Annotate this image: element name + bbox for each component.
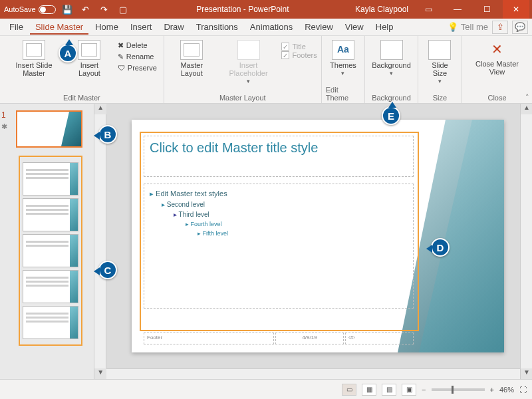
- reading-view-icon[interactable]: ▤: [382, 384, 396, 396]
- layout-thumbnail[interactable]: [23, 198, 78, 231]
- title-placeholder-text: Click to edit Master title style: [150, 140, 318, 155]
- autosave-label: AutoSave: [4, 5, 36, 13]
- minimize-icon[interactable]: —: [444, 0, 471, 19]
- scroll-up-icon[interactable]: ▲: [521, 104, 532, 114]
- insert-placeholder-icon: [237, 40, 260, 60]
- thumbnails-scrollbar[interactable]: ▲ ▼: [94, 104, 106, 379]
- slide-size-icon: [428, 40, 451, 60]
- ribbon-display-icon[interactable]: ▭: [415, 0, 442, 19]
- master-layout-icon: [180, 40, 203, 60]
- callout-d: D: [431, 238, 450, 257]
- slide-canvas[interactable]: Click to edit Master title style Edit Ma…: [132, 120, 504, 352]
- menu-bar: File Slide Master Home Insert Draw Trans…: [0, 19, 532, 36]
- slide-size-button[interactable]: Slide Size ▾: [422, 39, 458, 86]
- group-label-background: Background: [372, 92, 411, 102]
- status-bar: ▭ ▦ ▤ ▣ − + 46% ⛶: [0, 379, 532, 399]
- rename-button[interactable]: ✎Rename: [115, 51, 157, 62]
- editor-scrollbar-vertical[interactable]: ▲ ▼: [520, 104, 532, 379]
- close-window-icon[interactable]: ✕: [503, 0, 529, 19]
- title-placeholder[interactable]: Click to edit Master title style: [144, 136, 414, 177]
- slide-sorter-icon[interactable]: ▦: [362, 384, 376, 396]
- tell-me-label: Tell me: [461, 22, 488, 32]
- share-icon[interactable]: ⇪: [492, 21, 508, 34]
- zoom-slider[interactable]: [432, 388, 485, 391]
- tab-insert[interactable]: Insert: [125, 19, 158, 35]
- insert-slide-master-button[interactable]: Insert Slide Master: [4, 39, 64, 78]
- layout-thumbnail[interactable]: [23, 234, 78, 267]
- preserve-icon: 🛡: [118, 64, 125, 72]
- themes-icon: Aa: [332, 40, 354, 60]
- tab-help[interactable]: Help: [370, 19, 399, 35]
- tab-file[interactable]: File: [4, 19, 29, 35]
- group-edit-master: Insert Slide Master Insert Layout ✖Delet…: [0, 36, 164, 103]
- group-edit-theme: Aa Themes ▾ Edit Theme: [322, 36, 365, 103]
- preserve-button[interactable]: 🛡Preserve: [115, 63, 160, 73]
- master-layout-button[interactable]: Master Layout: [168, 39, 215, 78]
- checkbox-icon: ✓: [281, 43, 289, 51]
- master-thumbnail[interactable]: [16, 110, 82, 148]
- save-icon[interactable]: 💾: [60, 2, 74, 17]
- tab-review[interactable]: Review: [299, 19, 338, 35]
- tab-transitions[interactable]: Transitions: [191, 19, 243, 35]
- close-master-view-button[interactable]: ✕ Close Master View: [466, 39, 528, 77]
- tab-view[interactable]: View: [340, 19, 369, 35]
- slide-editor: Click to edit Master title style Edit Ma…: [106, 104, 532, 379]
- bullet-level-1: Edit Master text styles: [150, 188, 408, 200]
- layout-thumbnail[interactable]: [23, 306, 78, 339]
- footers-checkbox[interactable]: ✓Footers: [281, 51, 317, 59]
- background-button[interactable]: Background ▾: [369, 39, 414, 78]
- zoom-in-icon[interactable]: +: [490, 386, 494, 394]
- bullet-level-2: Second level: [150, 200, 408, 209]
- layout-thumbnail[interactable]: [23, 162, 78, 196]
- callout-e: E: [382, 106, 400, 125]
- footer-placeholders[interactable]: Footer 4/9/19 ‹#›: [144, 332, 414, 344]
- tell-me-search[interactable]: 💡 Tell me: [448, 22, 488, 32]
- collapse-ribbon-icon[interactable]: ˄: [525, 93, 529, 102]
- bullet-level-3: Third level: [150, 209, 408, 219]
- footer-slidenum: ‹#›: [345, 332, 414, 344]
- themes-button[interactable]: Aa Themes ▾: [327, 39, 359, 78]
- footer-text: Footer: [144, 332, 274, 344]
- start-from-beginning-icon[interactable]: ▢: [116, 2, 130, 17]
- body-placeholder[interactable]: Edit Master text styles Second level Thi…: [144, 184, 414, 309]
- normal-view-icon[interactable]: ▭: [342, 384, 356, 396]
- scroll-up-icon[interactable]: ▲: [94, 104, 106, 114]
- group-label-close: Close: [487, 92, 506, 102]
- slideshow-icon[interactable]: ▣: [402, 384, 416, 396]
- insert-slide-master-icon: [23, 40, 45, 60]
- insert-slide-master-label: Insert Slide Master: [7, 61, 61, 77]
- bullet-level-5: Fifth level: [150, 229, 408, 238]
- scroll-down-icon[interactable]: ▼: [521, 368, 532, 379]
- title-checkbox[interactable]: ✓Title: [281, 43, 305, 51]
- ribbon: Insert Slide Master Insert Layout ✖Delet…: [0, 36, 532, 104]
- autosave-toggle[interactable]: AutoSave: [4, 5, 56, 14]
- undo-icon[interactable]: ↶: [78, 2, 93, 17]
- group-size: Slide Size ▾ Size: [418, 36, 462, 103]
- scroll-down-icon[interactable]: ▼: [94, 368, 106, 379]
- tab-draw[interactable]: Draw: [158, 19, 189, 35]
- zoom-level[interactable]: 46%: [499, 386, 514, 394]
- app-window: AutoSave 💾 ↶ ↷ ▢ Presentation - PowerPoi…: [0, 0, 532, 399]
- toggle-icon: [39, 5, 56, 14]
- zoom-out-icon[interactable]: −: [422, 386, 426, 394]
- preserve-star-icon: ✱: [1, 122, 7, 131]
- tab-slide-master[interactable]: Slide Master: [30, 19, 88, 35]
- editor-scrollbar-horizontal[interactable]: [106, 368, 520, 379]
- tab-home[interactable]: Home: [90, 19, 124, 35]
- group-close: ✕ Close Master View Close: [462, 36, 532, 103]
- redo-icon[interactable]: ↷: [97, 2, 112, 17]
- window-title: Presentation - PowerPoint: [130, 5, 355, 14]
- layout-thumbnail[interactable]: [23, 270, 78, 303]
- slide-number: 1: [1, 110, 6, 120]
- comments-icon[interactable]: 💬: [512, 21, 528, 34]
- background-icon: [380, 40, 403, 60]
- theme-decoration: [61, 112, 81, 146]
- checkbox-icon: ✓: [281, 51, 289, 59]
- tab-animations[interactable]: Animations: [245, 19, 298, 35]
- fit-to-window-icon[interactable]: ⛶: [519, 386, 527, 394]
- delete-button[interactable]: ✖Delete: [115, 40, 150, 51]
- callout-c: C: [98, 261, 117, 279]
- bullet-level-4: Fourth level: [150, 219, 408, 229]
- maximize-icon[interactable]: ☐: [473, 0, 500, 19]
- user-name[interactable]: Kayla Claypool: [355, 5, 408, 14]
